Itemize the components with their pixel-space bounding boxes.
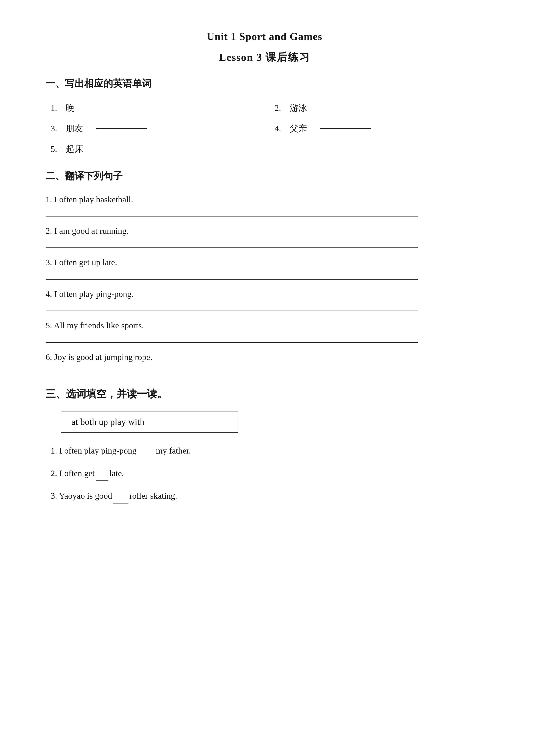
lesson-title: Lesson 3 课后练习 [46,50,483,65]
fill-after-3: roller skating. [129,491,177,500]
answer-line-5 [46,338,418,343]
section1-header: 一、写出相应的英语单词 [46,77,483,90]
trans-num-6: 6. [46,352,52,362]
translation-item-1: 1. I often play basketball. [46,193,483,217]
vocab-num-4: 4. [275,121,285,136]
fill-before-2: I often get [59,469,95,478]
vocab-answer-line-4 [320,128,371,129]
vocab-chinese-2: 游泳 [290,100,310,116]
trans-num-5: 5. [46,321,52,330]
fill-num-1: 1. [51,446,57,455]
vocab-num-2: 2. [275,100,285,116]
trans-text-6: Joy is good at jumping rope. [54,352,152,362]
vocab-item-2: 2. 游泳 [275,100,483,116]
fill-num-2: 2. [51,469,57,478]
vocab-item-4: 4. 父亲 [275,121,483,136]
translation-sentence-5: 5. All my friends like sports. [46,319,483,332]
translation-item-4: 4. I often play ping-pong. [46,287,483,311]
section-2: 二、翻译下列句子 1. I often play basketball. 2. … [46,170,483,374]
translation-sentence-2: 2. I am good at running. [46,224,483,238]
word-box: at both up play with [61,411,238,433]
page-title: Unit 1 Sport and Games [46,30,483,42]
trans-text-4: I often play ping-pong. [54,289,134,299]
translation-sentence-1: 1. I often play basketball. [46,193,483,206]
section-1: 一、写出相应的英语单词 1. 晚 2. 游泳 3. 朋友 4. 父亲 5. 起床 [46,77,483,157]
fill-item-3: 3. Yaoyao is goodroller skating. [46,488,483,503]
fill-after-2: late. [110,469,124,478]
section-3: 三、选词填空，并读一读。 at both up play with 1. I o… [46,387,483,504]
section2-header: 二、翻译下列句子 [46,170,483,182]
vocab-answer-line-2 [320,108,371,108]
fill-item-1: 1. I often play ping-pong my father. [46,443,483,458]
vocab-answer-line-5 [96,149,147,149]
vocab-chinese-4: 父亲 [290,121,310,136]
fill-num-3: 3. [51,491,57,500]
translation-item-3: 3. I often get up late. [46,256,483,279]
fill-item-2: 2. I often getlate. [46,466,483,481]
trans-text-1: I often play basketball. [54,195,133,204]
trans-num-2: 2. [46,226,52,235]
fill-blank-3 [113,503,128,503]
answer-line-1 [46,211,418,217]
fill-before-1: I often play ping-pong [59,446,139,455]
vocab-num-5: 5. [51,141,61,157]
trans-num-1: 1. [46,195,52,204]
answer-line-6 [46,369,418,374]
vocab-grid: 1. 晚 2. 游泳 3. 朋友 4. 父亲 [46,100,483,136]
fill-after-1: my father. [156,446,191,455]
vocab-chinese-3: 朋友 [66,121,86,136]
vocab-item-3: 3. 朋友 [51,121,259,136]
trans-num-4: 4. [46,289,52,299]
fill-blank-1 [140,458,155,458]
fill-before-3: Yaoyao is good [59,491,112,500]
vocab-answer-line-3 [96,128,147,129]
translation-item-2: 2. I am good at running. [46,224,483,248]
vocab-answer-line-1 [96,108,147,108]
answer-line-2 [46,243,418,248]
vocab-item-1: 1. 晚 [51,100,259,116]
vocab-chinese-5: 起床 [66,141,86,157]
translation-sentence-6: 6. Joy is good at jumping rope. [46,350,483,364]
vocab-item-5: 5. 起床 [46,141,483,157]
translation-sentence-4: 4. I often play ping-pong. [46,287,483,301]
vocab-num-1: 1. [51,100,61,116]
translation-item-5: 5. All my friends like sports. [46,319,483,342]
trans-num-3: 3. [46,257,52,267]
vocab-num-3: 3. [51,121,61,136]
translation-sentence-3: 3. I often get up late. [46,256,483,269]
trans-text-5: All my friends like sports. [54,321,144,330]
translation-item-6: 6. Joy is good at jumping rope. [46,350,483,374]
trans-text-3: I often get up late. [54,257,117,267]
section3-header: 三、选词填空，并读一读。 [46,387,483,401]
fill-blank-2 [96,480,109,481]
answer-line-3 [46,275,418,280]
trans-text-2: I am good at running. [54,226,129,235]
answer-line-4 [46,306,418,311]
vocab-chinese-1: 晚 [66,100,86,116]
